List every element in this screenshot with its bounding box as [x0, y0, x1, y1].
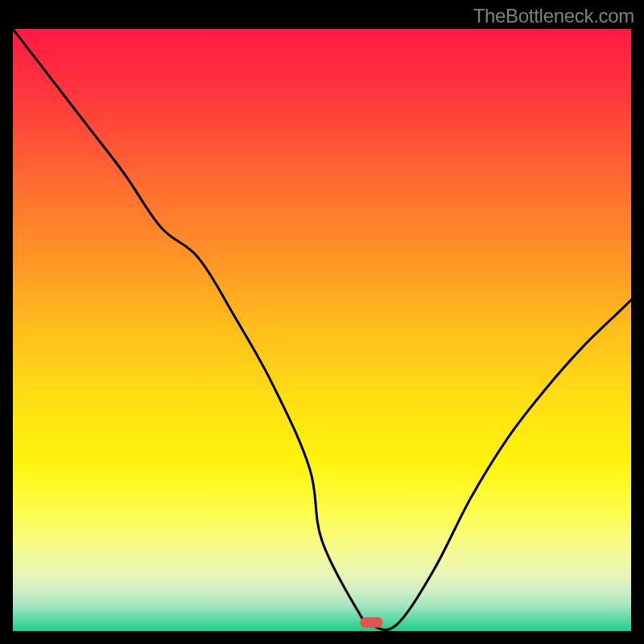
bottleneck-chart: [13, 29, 631, 631]
minimum-marker: [360, 617, 382, 628]
chart-frame: TheBottleneck.com: [0, 0, 644, 644]
attribution-text: TheBottleneck.com: [473, 5, 634, 27]
